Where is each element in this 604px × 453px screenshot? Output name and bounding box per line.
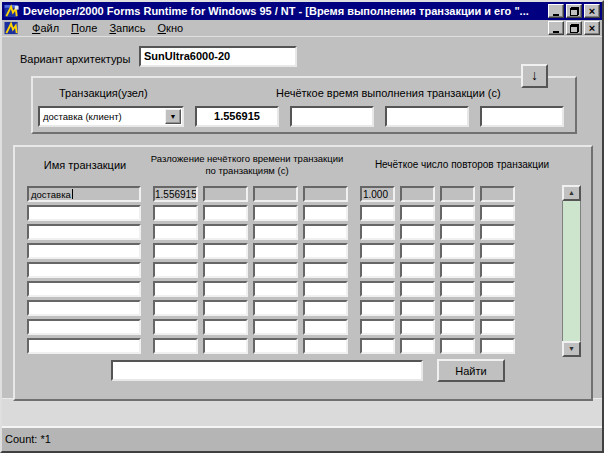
fuzzy-time-field-3[interactable] xyxy=(385,106,469,127)
table-cell-rep[interactable] xyxy=(480,319,515,335)
table-cell-name[interactable] xyxy=(27,243,141,259)
find-button[interactable]: Найти xyxy=(437,359,505,382)
table-cell-rep[interactable] xyxy=(440,205,475,221)
table-cell-dec[interactable]: 1.556915 xyxy=(153,186,198,202)
menu-file[interactable]: Файл xyxy=(26,21,65,35)
table-cell-rep[interactable] xyxy=(440,300,475,316)
architecture-field[interactable]: SunUltra6000-20 xyxy=(139,46,297,67)
search-input[interactable] xyxy=(111,360,423,381)
table-cell-dec[interactable] xyxy=(153,205,198,221)
table-cell-rep[interactable] xyxy=(400,243,435,259)
vertical-scrollbar[interactable]: ▲ ▼ xyxy=(562,185,581,357)
table-cell-rep[interactable] xyxy=(400,186,435,202)
table-cell-dec[interactable] xyxy=(203,300,248,316)
table-cell-dec[interactable] xyxy=(203,281,248,297)
table-cell-dec[interactable] xyxy=(153,243,198,259)
table-cell-rep[interactable] xyxy=(360,224,395,240)
scroll-down-button[interactable]: ▼ xyxy=(562,341,581,357)
table-cell-dec[interactable] xyxy=(153,338,198,354)
table-cell-rep[interactable] xyxy=(400,281,435,297)
table-cell-dec[interactable] xyxy=(253,281,298,297)
table-cell-rep[interactable] xyxy=(480,186,515,202)
menu-record[interactable]: Запись xyxy=(103,21,151,35)
table-cell-dec[interactable] xyxy=(203,205,248,221)
table-cell-rep[interactable] xyxy=(360,281,395,297)
table-cell-dec[interactable] xyxy=(153,300,198,316)
table-cell-dec[interactable] xyxy=(303,281,348,297)
table-cell-name[interactable] xyxy=(27,338,141,354)
move-down-button[interactable]: ↓ xyxy=(521,64,548,88)
table-cell-dec[interactable] xyxy=(253,205,298,221)
table-cell-rep[interactable] xyxy=(360,338,395,354)
table-cell-dec[interactable] xyxy=(253,338,298,354)
table-cell-dec[interactable] xyxy=(303,262,348,278)
table-cell-name[interactable] xyxy=(27,224,141,240)
table-cell-dec[interactable] xyxy=(303,338,348,354)
table-cell-dec[interactable] xyxy=(203,224,248,240)
table-cell-rep[interactable] xyxy=(400,205,435,221)
table-cell-dec[interactable] xyxy=(303,186,348,202)
table-cell-rep[interactable] xyxy=(440,338,475,354)
table-cell-rep[interactable] xyxy=(480,262,515,278)
table-cell-rep[interactable] xyxy=(440,262,475,278)
table-cell-rep[interactable] xyxy=(440,281,475,297)
minimize-button[interactable] xyxy=(548,4,564,18)
table-cell-dec[interactable] xyxy=(153,281,198,297)
table-cell-dec[interactable] xyxy=(203,319,248,335)
table-cell-dec[interactable] xyxy=(253,262,298,278)
table-cell-rep[interactable] xyxy=(400,262,435,278)
fuzzy-time-field-4[interactable] xyxy=(480,106,564,127)
table-cell-rep[interactable] xyxy=(360,262,395,278)
table-cell-rep[interactable] xyxy=(480,243,515,259)
table-cell-dec[interactable] xyxy=(303,243,348,259)
restore-button[interactable] xyxy=(566,4,582,18)
transaction-dropdown[interactable]: доставка (клиент) ▼ xyxy=(38,106,184,127)
table-cell-dec[interactable] xyxy=(303,205,348,221)
table-cell-rep[interactable] xyxy=(440,319,475,335)
chevron-down-icon[interactable]: ▼ xyxy=(165,109,181,124)
table-cell-dec[interactable] xyxy=(153,319,198,335)
table-cell-dec[interactable] xyxy=(253,300,298,316)
menu-field[interactable]: Поле xyxy=(65,21,103,35)
table-cell-name[interactable] xyxy=(27,205,141,221)
table-cell-name[interactable] xyxy=(27,319,141,335)
scroll-up-button[interactable]: ▲ xyxy=(562,185,581,201)
table-cell-name[interactable] xyxy=(27,281,141,297)
menu-window[interactable]: Окно xyxy=(152,21,190,35)
table-cell-dec[interactable] xyxy=(203,262,248,278)
table-cell-name[interactable] xyxy=(27,300,141,316)
table-cell-dec[interactable] xyxy=(153,262,198,278)
table-cell-rep[interactable] xyxy=(480,224,515,240)
table-cell-dec[interactable] xyxy=(253,224,298,240)
table-cell-rep[interactable] xyxy=(360,205,395,221)
mdi-restore-button[interactable] xyxy=(566,21,582,35)
table-cell-dec[interactable] xyxy=(203,243,248,259)
table-cell-rep[interactable] xyxy=(480,281,515,297)
fuzzy-time-field-2[interactable] xyxy=(290,106,374,127)
close-button[interactable]: × xyxy=(584,4,600,18)
table-cell-dec[interactable] xyxy=(253,319,298,335)
table-cell-rep[interactable] xyxy=(440,186,475,202)
mdi-minimize-button[interactable] xyxy=(548,21,564,35)
table-cell-rep[interactable] xyxy=(440,224,475,240)
table-cell-rep[interactable] xyxy=(440,243,475,259)
table-cell-dec[interactable] xyxy=(303,300,348,316)
table-cell-rep[interactable] xyxy=(400,338,435,354)
table-cell-rep[interactable] xyxy=(360,300,395,316)
table-cell-dec[interactable] xyxy=(303,224,348,240)
table-cell-rep[interactable] xyxy=(400,300,435,316)
table-cell-rep[interactable] xyxy=(360,243,395,259)
table-cell-dec[interactable] xyxy=(253,186,298,202)
table-cell-rep[interactable] xyxy=(480,205,515,221)
table-cell-rep[interactable]: 1.000 xyxy=(360,186,395,202)
table-cell-rep[interactable] xyxy=(480,338,515,354)
table-cell-rep[interactable] xyxy=(480,300,515,316)
fuzzy-time-field-1[interactable]: 1.556915 xyxy=(195,106,279,127)
table-cell-dec[interactable] xyxy=(253,243,298,259)
table-cell-name[interactable]: доставка xyxy=(27,186,141,202)
table-cell-dec[interactable] xyxy=(303,319,348,335)
table-cell-dec[interactable] xyxy=(203,186,248,202)
table-cell-rep[interactable] xyxy=(400,319,435,335)
table-cell-rep[interactable] xyxy=(360,319,395,335)
table-cell-rep[interactable] xyxy=(400,224,435,240)
